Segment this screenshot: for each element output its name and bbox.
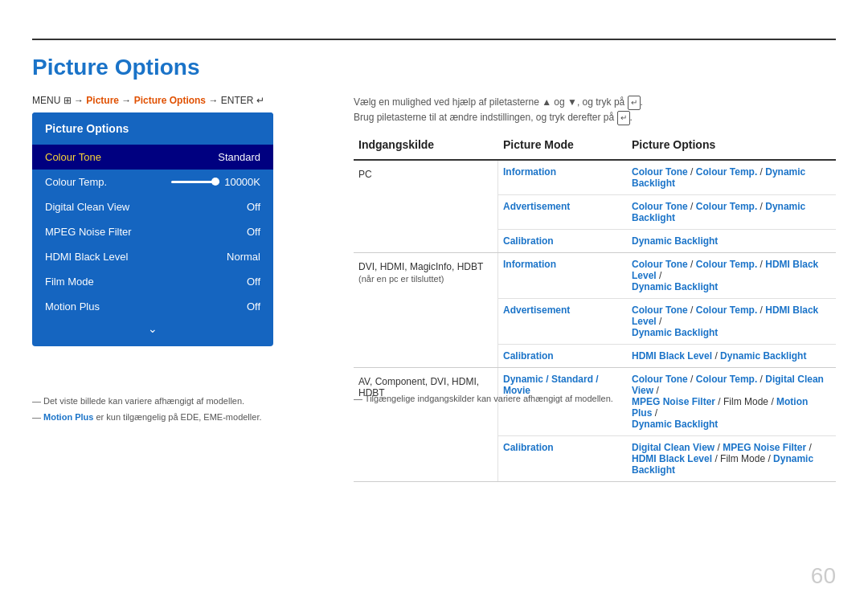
notes-right: ― Tilgængelige indgangskilder kan varier… xyxy=(354,394,836,403)
source-pc: PC xyxy=(354,161,498,252)
instruction-line2: Brug piletasterne til at ændre indstilli… xyxy=(354,110,836,125)
panel-item-label: Colour Tone xyxy=(45,151,101,163)
mode-cell: Information xyxy=(498,253,627,298)
mode-cell: Advertisement xyxy=(498,299,627,344)
options-cell: Colour Tone / Colour Temp. / HDMI Black … xyxy=(627,253,836,298)
info-table: Indgangskilde Picture Mode Picture Optio… xyxy=(354,135,836,482)
slider-area: 10000K xyxy=(171,176,260,188)
menu-picture-options: Picture Options xyxy=(134,95,206,106)
instructions: Vælg en mulighed ved hjælp af piletaster… xyxy=(354,95,836,125)
panel-item-value: Off xyxy=(247,201,260,213)
th-source: Indgangskilde xyxy=(354,135,498,154)
mode-cell: Calibration xyxy=(498,436,627,481)
options-cell: Colour Tone / Colour Temp. / Dynamic Bac… xyxy=(627,195,836,229)
menu-arrow2: → xyxy=(119,95,134,106)
source-dvi: DVI, HDMI, MagicInfo, HDBT (når en pc er… xyxy=(354,253,498,367)
mode-cell: Information xyxy=(498,161,627,194)
panel-item-label: MPEG Noise Filter xyxy=(45,226,132,238)
panel-item-label: Colour Temp. xyxy=(45,176,107,188)
options-cell: Colour Tone / Colour Temp. / HDMI Black … xyxy=(627,299,836,344)
notes-left: ― Det viste billede kan variere afhængig… xyxy=(32,394,262,426)
panel-item-label: HDMI Black Level xyxy=(45,251,128,263)
top-divider xyxy=(32,39,836,40)
table-row: Calibration Digital Clean View / MPEG No… xyxy=(498,436,836,481)
th-options: Picture Options xyxy=(627,135,836,154)
menu-picture: Picture xyxy=(86,95,119,106)
panel-item-value: Off xyxy=(247,276,260,288)
th-mode: Picture Mode xyxy=(498,135,627,154)
panel-header: Picture Options xyxy=(32,112,273,145)
mode-options-pc: Information Colour Tone / Colour Temp. /… xyxy=(498,161,836,252)
panel-item-label: Film Mode xyxy=(45,276,94,288)
section-av: AV, Component, DVI, HDMI, HDBT Dynamic /… xyxy=(354,368,836,482)
mode-options-av: Dynamic / Standard / Movie Colour Tone /… xyxy=(498,368,836,481)
section-pc: PC Information Colour Tone / Colour Temp… xyxy=(354,161,836,253)
menu-path: MENU ⊞ → Picture → Picture Options → ENT… xyxy=(32,95,264,106)
options-cell: Colour Tone / Colour Temp. / Dynamic Bac… xyxy=(627,161,836,194)
table-row: Calibration HDMI Black Level / Dynamic B… xyxy=(498,345,836,367)
panel-item-hdmi-black[interactable]: HDMI Black Level Normal xyxy=(32,244,273,269)
note-left-1: ― Det viste billede kan variere afhængig… xyxy=(32,394,262,410)
source-av: AV, Component, DVI, HDMI, HDBT xyxy=(354,368,498,481)
mode-cell: Calibration xyxy=(498,230,627,252)
panel-item-value: Standard xyxy=(218,151,260,163)
picture-options-panel: Picture Options Colour Tone Standard Col… xyxy=(32,112,273,346)
source-dvi-text: DVI, HDMI, MagicInfo, HDBT xyxy=(358,261,483,272)
note-left-2: ― Motion Plus er kun tilgængelig på EDE,… xyxy=(32,410,262,426)
menu-enter: → ENTER ↵ xyxy=(206,95,264,106)
note-right-text: ― Tilgængelige indgangskilder kan varier… xyxy=(354,394,613,403)
table-row: Information Colour Tone / Colour Temp. /… xyxy=(498,253,836,299)
scroll-down-icon[interactable]: ⌄ xyxy=(32,319,273,338)
options-cell: Dynamic Backlight xyxy=(627,230,836,252)
table-row: Calibration Dynamic Backlight xyxy=(498,230,836,252)
section-dvi: DVI, HDMI, MagicInfo, HDBT (når en pc er… xyxy=(354,253,836,368)
source-dvi-note: (når en pc er tilsluttet) xyxy=(358,274,444,284)
mode-cell: Calibration xyxy=(498,345,627,367)
panel-item-colour-temp[interactable]: Colour Temp. 10000K xyxy=(32,170,273,194)
instruction-line1: Vælg en mulighed ved hjælp af piletaster… xyxy=(354,95,836,110)
table-row: Information Colour Tone / Colour Temp. /… xyxy=(498,161,836,195)
page-number: 60 xyxy=(811,563,836,589)
panel-item-colour-tone[interactable]: Colour Tone Standard xyxy=(32,145,273,170)
menu-prefix: MENU ⊞ → xyxy=(32,95,86,106)
panel-item-value: Off xyxy=(247,300,260,313)
panel-item-motion-plus[interactable]: Motion Plus Off xyxy=(32,294,273,319)
slider-bar xyxy=(171,181,219,183)
panel-item-label: Motion Plus xyxy=(45,300,100,313)
options-cell: HDMI Black Level / Dynamic Backlight xyxy=(627,345,836,367)
mode-cell: Advertisement xyxy=(498,195,627,229)
page-title: Picture Options xyxy=(32,55,199,80)
panel-item-film-mode[interactable]: Film Mode Off xyxy=(32,269,273,294)
mode-options-dvi: Information Colour Tone / Colour Temp. /… xyxy=(498,253,836,367)
panel-item-value: Off xyxy=(247,226,260,238)
panel-item-value: Normal xyxy=(227,251,260,263)
options-cell: Digital Clean View / MPEG Noise Filter /… xyxy=(627,436,836,481)
panel-item-mpeg-noise[interactable]: MPEG Noise Filter Off xyxy=(32,219,273,244)
panel-item-label: Digital Clean View xyxy=(45,201,129,213)
table-header: Indgangskilde Picture Mode Picture Optio… xyxy=(354,135,836,161)
table-row: Advertisement Colour Tone / Colour Temp.… xyxy=(498,299,836,345)
table-row: Advertisement Colour Tone / Colour Temp.… xyxy=(498,195,836,230)
panel-item-digital-clean-view[interactable]: Digital Clean View Off xyxy=(32,194,273,219)
slider-value: 10000K xyxy=(224,176,260,188)
